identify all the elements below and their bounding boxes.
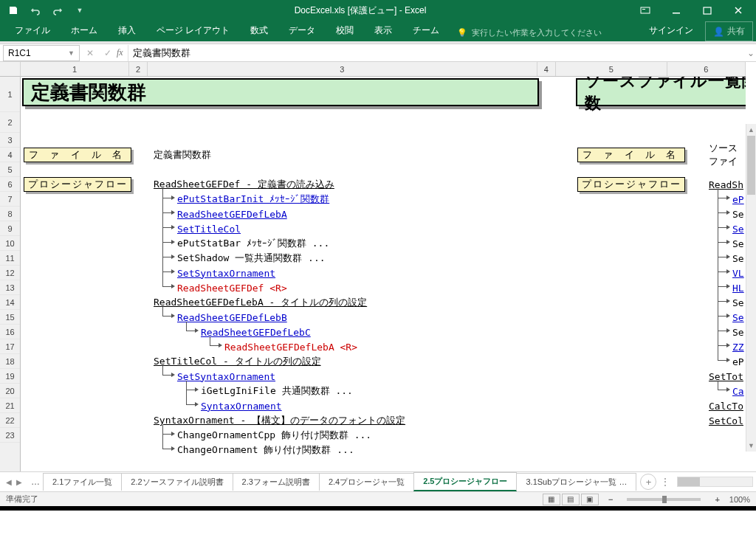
minimize-icon[interactable] (662, 1, 691, 19)
row-header[interactable]: 15 (0, 310, 20, 325)
tab-list-menu-icon[interactable]: ⋮ (656, 477, 674, 487)
sheet-tab[interactable]: 3.1Subプロシージャ一覧 … (516, 473, 636, 491)
sheet-tab-active[interactable]: 2.5プロシージャフロー (413, 472, 517, 491)
col-header[interactable]: 5 (556, 62, 667, 76)
proc-heading[interactable]: CalcTo (709, 398, 743, 413)
proc-link[interactable]: SyntaxOrnament (201, 398, 282, 413)
zoom-slider[interactable] (627, 498, 701, 501)
tab-layout[interactable]: ページ レイアウト (148, 20, 238, 41)
sheet-tab[interactable]: 2.4プロシージャ一覧 (319, 473, 414, 491)
tab-nav-prev-icon[interactable]: ◀ (4, 478, 13, 486)
tab-team[interactable]: チーム (404, 20, 448, 41)
proc-link[interactable]: Se (732, 310, 744, 325)
proc-link[interactable]: VL (732, 266, 744, 280)
proc-link[interactable]: ZZ (732, 339, 744, 354)
horizontal-scrollbar[interactable] (677, 477, 753, 487)
view-page-break-icon[interactable]: ▣ (581, 494, 599, 505)
row-header[interactable]: 4 (0, 148, 20, 162)
tab-nav-next-icon[interactable]: ▶ (15, 478, 24, 486)
cancel-formula-icon[interactable]: ✕ (84, 48, 96, 58)
proc-link[interactable]: ReadSheetGEFDefLebB (177, 310, 287, 325)
row-header[interactable]: 2 (0, 112, 20, 133)
tab-review[interactable]: 校閲 (327, 20, 362, 41)
row-header[interactable]: 21 (0, 398, 20, 413)
row-header[interactable]: 23 (0, 428, 20, 443)
row-header[interactable]: 10 (0, 236, 20, 251)
row-header[interactable]: 8 (0, 207, 20, 221)
add-sheet-button[interactable]: + (640, 474, 656, 490)
col-header[interactable]: 3 (148, 62, 537, 76)
tab-overflow-left[interactable]: … (28, 477, 43, 487)
proc-link[interactable]: SetSyntaxOrnament (177, 369, 275, 384)
vertical-scrollbar[interactable]: ▲ ▼ (746, 124, 756, 452)
tab-formula[interactable]: 数式 (241, 20, 277, 41)
sheet-tab[interactable]: 2.3フォーム説明書 (233, 473, 320, 491)
scrollbar-thumb[interactable] (747, 136, 755, 195)
row-header[interactable]: 9 (0, 221, 20, 236)
proc-heading[interactable]: ReadSheetGEFDefLebA - タイトルの列の設定 (154, 295, 367, 310)
undo-icon[interactable] (25, 1, 46, 19)
proc-link[interactable]: Se (732, 221, 744, 236)
row-header[interactable]: 11 (0, 251, 20, 266)
save-icon[interactable] (3, 1, 24, 19)
col-header[interactable]: 6 (667, 62, 746, 76)
name-box[interactable]: R1C1 ▼ (3, 45, 80, 61)
tab-view[interactable]: 表示 (365, 20, 401, 41)
proc-link[interactable]: eP (732, 192, 744, 207)
worksheet-grid[interactable]: 1 2 3 4 5 6 1 2 3 4 5 6 7 8 9 10 11 12 1… (0, 62, 756, 471)
view-page-layout-icon[interactable]: ▤ (562, 494, 580, 505)
proc-link[interactable]: SetTitleCol (177, 221, 241, 236)
col-header[interactable]: 2 (129, 62, 148, 76)
row-header[interactable]: 1 (0, 77, 20, 112)
fx-icon[interactable]: fx (117, 47, 123, 58)
proc-heading[interactable]: SetCol (709, 413, 743, 428)
proc-link[interactable]: ReadSheetGEFDefLebA (177, 207, 287, 221)
row-header[interactable]: 13 (0, 280, 20, 295)
row-header[interactable]: 17 (0, 339, 20, 354)
zoom-percent[interactable]: 100% (729, 495, 750, 504)
col-header[interactable]: 4 (537, 62, 556, 76)
signin-button[interactable]: サインイン (640, 20, 702, 41)
proc-link[interactable]: ReadSheetGEFDefLebC (201, 325, 311, 339)
row-header[interactable]: 14 (0, 295, 20, 310)
select-all-corner[interactable] (0, 62, 21, 77)
view-normal-icon[interactable]: ▦ (543, 494, 560, 505)
col-header[interactable]: 1 (21, 62, 129, 76)
proc-heading[interactable]: SetTitleCol - タイトルの列の設定 (154, 354, 321, 369)
row-header[interactable]: 12 (0, 266, 20, 280)
row-header[interactable]: 16 (0, 325, 20, 339)
row-header[interactable]: 5 (0, 162, 20, 177)
row-header[interactable]: 18 (0, 354, 20, 369)
enter-formula-icon[interactable]: ✓ (102, 48, 114, 58)
scrollbar-thumb[interactable] (678, 477, 700, 486)
proc-heading[interactable]: SetTot (709, 369, 743, 384)
proc-heading[interactable]: ReadSh (709, 177, 743, 192)
sheet-tab[interactable]: 2.1ファイル一覧 (43, 473, 122, 491)
row-header[interactable]: 7 (0, 192, 20, 207)
row-header[interactable]: 3 (0, 133, 20, 148)
row-header[interactable]: 6 (0, 177, 20, 192)
zoom-in-button[interactable]: + (712, 495, 721, 504)
maximize-icon[interactable] (693, 1, 722, 19)
proc-link[interactable]: Ca (732, 384, 744, 398)
row-header[interactable]: 22 (0, 413, 20, 428)
formula-expand-icon[interactable]: ⌄ (746, 48, 756, 58)
formula-input[interactable]: 定義書関数群 (128, 45, 746, 61)
zoom-slider-thumb[interactable] (662, 496, 667, 503)
proc-heading[interactable]: ReadSheetGEFDef - 定義書の読み込み (154, 177, 334, 192)
zoom-out-button[interactable]: − (606, 495, 615, 504)
tab-home[interactable]: ホーム (62, 20, 106, 41)
tab-insert[interactable]: 挿入 (109, 20, 145, 41)
proc-heading[interactable]: SyntaxOrnament - 【構文】のデータのフォントの設定 (154, 413, 405, 428)
ribbon-options-icon[interactable] (630, 1, 660, 19)
tab-data[interactable]: データ (280, 20, 324, 41)
sheet-tab[interactable]: 2.2ソースファイル説明書 (121, 473, 233, 491)
share-button[interactable]: 👤 共有 (705, 21, 753, 41)
redo-icon[interactable] (47, 1, 68, 19)
close-icon[interactable] (724, 1, 753, 19)
proc-link[interactable]: SetSyntaxOrnament (177, 266, 275, 280)
scroll-down-icon[interactable]: ▼ (746, 440, 756, 452)
customize-qat-icon[interactable]: ▼ (69, 1, 90, 19)
scroll-up-icon[interactable]: ▲ (746, 124, 756, 136)
proc-link[interactable]: ePutStatBarInit ﾒｯｾｰｼﾞ関数群 (177, 192, 329, 207)
